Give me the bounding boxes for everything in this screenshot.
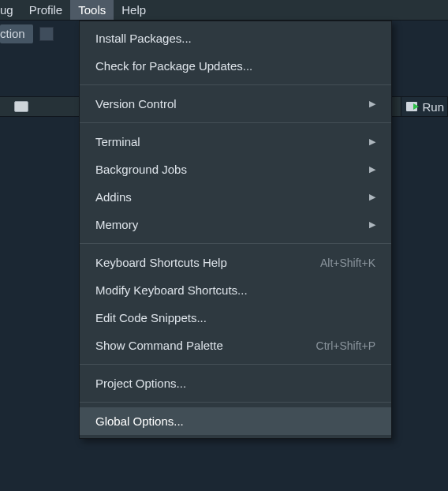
menu-label: Show Command Palette bbox=[95, 339, 316, 352]
menu-addins[interactable]: Addins ▶ bbox=[80, 183, 391, 211]
menu-label: Global Options... bbox=[95, 414, 375, 428]
menu-label: Edit Code Snippets... bbox=[95, 311, 375, 324]
menubar: ug Profile Tools Help bbox=[0, 0, 448, 21]
menu-help[interactable]: Help bbox=[114, 0, 154, 20]
submenu-arrow-icon: ▶ bbox=[369, 219, 375, 230]
submenu-arrow-icon: ▶ bbox=[369, 99, 375, 109]
menu-label: Project Options... bbox=[95, 377, 375, 390]
menu-label: Terminal bbox=[95, 135, 361, 148]
menu-terminal[interactable]: Terminal ▶ bbox=[80, 128, 391, 156]
menu-tools[interactable]: Tools bbox=[70, 0, 114, 20]
menu-label: Background Jobs bbox=[95, 163, 361, 176]
menu-separator bbox=[80, 243, 391, 244]
menu-debug[interactable]: ug bbox=[0, 0, 21, 20]
menu-project-options[interactable]: Project Options... bbox=[80, 369, 391, 397]
menu-label: Install Packages... bbox=[95, 32, 375, 45]
submenu-arrow-icon: ▶ bbox=[369, 164, 375, 174]
toolbar-square[interactable] bbox=[39, 27, 54, 41]
menu-label: Check for Package Updates... bbox=[95, 59, 375, 73]
run-tab[interactable]: Run bbox=[401, 96, 448, 117]
menu-separator bbox=[80, 122, 391, 123]
menu-label: Version Control bbox=[95, 97, 361, 111]
toolbar-button-partial[interactable]: ction bbox=[0, 24, 33, 43]
menu-shortcut: Alt+Shift+K bbox=[320, 257, 375, 269]
menu-separator bbox=[80, 84, 391, 85]
run-icon bbox=[406, 102, 417, 111]
menu-separator bbox=[80, 402, 391, 403]
submenu-arrow-icon: ▶ bbox=[369, 137, 375, 147]
menu-command-palette[interactable]: Show Command Palette Ctrl+Shift+P bbox=[80, 332, 391, 359]
menu-modify-keyboard[interactable]: Modify Keyboard Shortcuts... bbox=[80, 276, 391, 304]
tools-dropdown: Install Packages... Check for Package Up… bbox=[79, 21, 392, 439]
menu-background-jobs[interactable]: Background Jobs ▶ bbox=[80, 156, 391, 183]
menu-label: Keyboard Shortcuts Help bbox=[95, 256, 320, 269]
run-label: Run bbox=[422, 100, 444, 114]
menu-check-updates[interactable]: Check for Package Updates... bbox=[80, 52, 391, 80]
menu-label: Modify Keyboard Shortcuts... bbox=[95, 283, 375, 297]
menu-edit-snippets[interactable]: Edit Code Snippets... bbox=[80, 304, 391, 332]
menu-label: Memory bbox=[95, 218, 361, 231]
menu-separator bbox=[80, 364, 391, 365]
menu-memory[interactable]: Memory ▶ bbox=[80, 211, 391, 238]
menu-global-options[interactable]: Global Options... bbox=[80, 407, 391, 435]
menu-label: Addins bbox=[95, 190, 361, 204]
submenu-arrow-icon: ▶ bbox=[369, 192, 375, 202]
menu-shortcut: Ctrl+Shift+P bbox=[316, 339, 375, 352]
menu-version-control[interactable]: Version Control ▶ bbox=[80, 90, 391, 118]
tab-handle-icon[interactable] bbox=[14, 101, 28, 112]
menu-install-packages[interactable]: Install Packages... bbox=[80, 24, 391, 52]
menu-keyboard-help[interactable]: Keyboard Shortcuts Help Alt+Shift+K bbox=[80, 249, 391, 276]
menu-profile[interactable]: Profile bbox=[21, 0, 71, 20]
